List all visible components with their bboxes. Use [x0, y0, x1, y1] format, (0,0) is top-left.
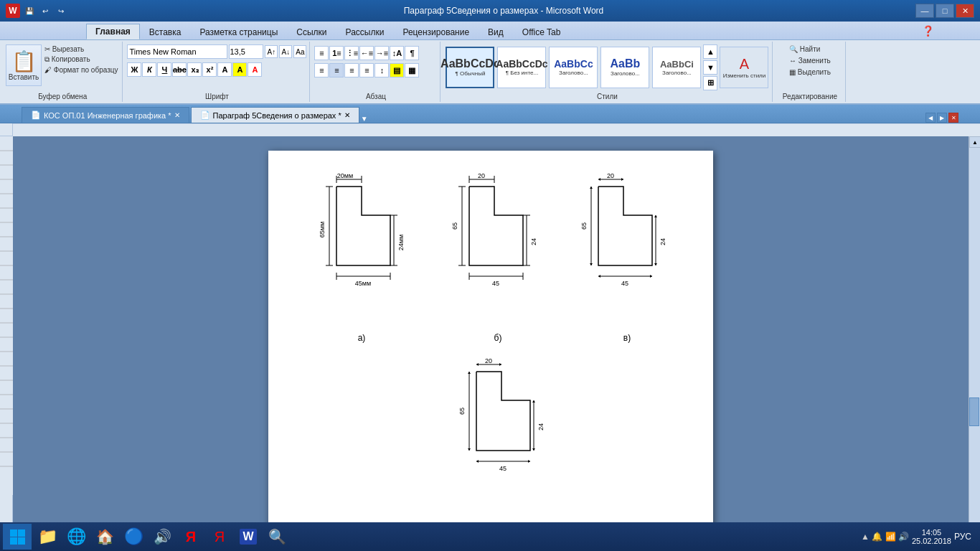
- highlight-button[interactable]: A: [232, 62, 247, 77]
- tab-view[interactable]: Вид: [479, 24, 513, 39]
- taskbar-ie[interactable]: 🌐: [63, 524, 89, 550]
- doc-tab-1-close[interactable]: ✕: [174, 111, 180, 119]
- bold-button[interactable]: Ж: [127, 62, 141, 77]
- tab-mailings[interactable]: Рассылки: [336, 24, 394, 39]
- scroll-up-button[interactable]: ▲: [969, 136, 980, 148]
- figure-b-svg: 20 65 24: [448, 172, 548, 330]
- cut-button[interactable]: ✂ Вырезать: [43, 44, 119, 54]
- title-bar: W 💾 ↩ ↪ Параграф 5Сведения о размерах - …: [0, 0, 980, 22]
- font-size-input[interactable]: [229, 44, 263, 59]
- tabs-scroll-right[interactable]: ▶: [937, 113, 947, 123]
- find-button[interactable]: 🔍 Найти: [788, 44, 821, 54]
- tabs-close-all[interactable]: ✕: [948, 113, 958, 123]
- close-button[interactable]: ✕: [956, 4, 974, 18]
- svg-text:45мм: 45мм: [355, 280, 371, 287]
- paste-label: Вставить: [9, 73, 39, 81]
- minimize-button[interactable]: —: [915, 4, 934, 18]
- tab-home[interactable]: Главная: [86, 24, 140, 39]
- taskbar-home[interactable]: 🏠: [92, 524, 118, 550]
- superscript-button[interactable]: x²: [202, 62, 217, 77]
- show-marks-button[interactable]: ¶: [405, 46, 419, 60]
- justify-button[interactable]: ≡: [359, 63, 374, 77]
- style-h3[interactable]: AaBbCi Заголово...: [652, 47, 701, 88]
- start-button[interactable]: [3, 524, 32, 550]
- tabs-more-button[interactable]: ▼: [361, 115, 368, 123]
- copy-button[interactable]: ⧉ Копировать: [43, 55, 119, 65]
- maximize-button[interactable]: □: [936, 4, 954, 18]
- doc-content[interactable]: 20мм 65мм 24: [13, 136, 969, 551]
- figure-a-svg: 20мм 65мм 24: [304, 172, 419, 330]
- strikethrough-button[interactable]: abc: [172, 62, 187, 77]
- clear-format-button[interactable]: Aa: [293, 45, 306, 58]
- style-h2[interactable]: AaBb Заголово...: [600, 47, 649, 88]
- tab-review[interactable]: Рецензирование: [393, 24, 479, 39]
- format-painter-button[interactable]: 🖌 Формат по образцу: [43, 65, 119, 75]
- ruler-v-svg: [0, 136, 13, 495]
- clipboard-group: 📋 Вставить ✂ Вырезать ⧉ Копировать 🖌 Фор…: [3, 42, 123, 102]
- multilevel-button[interactable]: ⋮≡: [344, 46, 359, 60]
- doc-tab-1-label: КОС ОП.01 Инженерная графика *: [44, 111, 171, 120]
- doc-tab-2[interactable]: 📄 Параграф 5Сведения о размерах * ✕: [191, 107, 359, 123]
- svg-marker-88: [528, 460, 530, 463]
- redo-btn[interactable]: ↪: [55, 4, 67, 17]
- paste-button[interactable]: 📋 Вставить: [6, 44, 42, 86]
- tabs-scroll-left[interactable]: ◀: [925, 113, 936, 123]
- svg-text:65: 65: [580, 222, 588, 230]
- svg-text:45: 45: [621, 280, 628, 287]
- font-color-button[interactable]: A: [248, 62, 262, 77]
- replace-button[interactable]: ↔ Заменить: [788, 56, 832, 65]
- time-display[interactable]: 14:05 25.02.2018: [912, 528, 951, 545]
- vertical-scrollbar[interactable]: ▲ ▼ ▲ ⊙ ▼: [969, 136, 980, 551]
- font-name-input[interactable]: [127, 44, 227, 59]
- taskbar-word[interactable]: W: [235, 524, 261, 550]
- quick-save[interactable]: 💾: [23, 4, 36, 17]
- tab-insert[interactable]: Вставка: [140, 24, 191, 39]
- help-button[interactable]: ❓: [919, 22, 937, 39]
- numbering-button[interactable]: 1≡: [329, 46, 344, 60]
- svg-rect-24: [13, 123, 980, 136]
- sort-button[interactable]: ↕A: [390, 46, 404, 60]
- figure-v-svg: 20 65 24: [577, 172, 677, 330]
- scroll-thumb[interactable]: [969, 397, 979, 426]
- select-button[interactable]: ▦ Выделить: [788, 67, 832, 77]
- bullets-button[interactable]: ≡: [314, 46, 329, 60]
- taskbar-volume[interactable]: 🔊: [149, 524, 175, 550]
- tab-officetab[interactable]: Office Tab: [513, 24, 570, 39]
- style-normal[interactable]: AaBbCcDc ¶ Обычный: [446, 47, 494, 88]
- underline-button[interactable]: Ч: [157, 62, 171, 77]
- taskbar-search[interactable]: 🔍: [264, 524, 290, 550]
- font-shrink-button[interactable]: A↓: [279, 45, 292, 58]
- svg-marker-79: [468, 372, 471, 374]
- text-effect-button[interactable]: A: [217, 62, 232, 77]
- align-left-button[interactable]: ≡: [314, 63, 329, 77]
- change-styles-button[interactable]: A Изменить стили: [720, 47, 768, 88]
- decrease-indent-button[interactable]: ←≡: [359, 46, 374, 60]
- clipboard-group-label: Буфер обмена: [38, 93, 87, 100]
- scroll-styles-down[interactable]: ▼: [703, 60, 717, 75]
- undo-btn[interactable]: ↩: [39, 4, 52, 17]
- subscript-button[interactable]: x₂: [187, 62, 202, 77]
- taskbar-yandex2[interactable]: Я: [207, 524, 232, 550]
- line-spacing-button[interactable]: ↕: [374, 63, 389, 77]
- increase-indent-button[interactable]: →≡: [374, 46, 389, 60]
- scroll-styles-up[interactable]: ▲: [703, 44, 717, 59]
- italic-button[interactable]: К: [142, 62, 156, 77]
- doc-tab-1[interactable]: 📄 КОС ОП.01 Инженерная графика * ✕: [22, 107, 189, 123]
- shading-button[interactable]: ▤: [390, 63, 404, 77]
- taskbar-chrome[interactable]: 🔵: [121, 524, 146, 550]
- align-right-button[interactable]: ≡: [344, 63, 359, 77]
- font-grow-button[interactable]: A↑: [265, 45, 278, 58]
- style-h1[interactable]: AaBbCc Заголово...: [549, 47, 598, 88]
- taskbar-explorer[interactable]: 📁: [34, 524, 60, 550]
- tab-layout[interactable]: Разметка страницы: [190, 24, 287, 39]
- doc-tab-2-close[interactable]: ✕: [344, 111, 350, 119]
- align-center-button[interactable]: ≡: [329, 63, 344, 77]
- figures-bottom-row: 20 65 24: [412, 357, 570, 535]
- style-no-space[interactable]: AaBbCcDc ¶ Без инте...: [497, 47, 546, 88]
- border-button[interactable]: ▦: [405, 63, 419, 77]
- more-styles-button[interactable]: ⊞: [703, 76, 717, 90]
- tab-references[interactable]: Ссылки: [287, 24, 336, 39]
- svg-rect-90: [10, 529, 17, 537]
- doc-tab-2-icon: 📄: [200, 110, 210, 120]
- taskbar-yandex[interactable]: Я: [178, 524, 204, 550]
